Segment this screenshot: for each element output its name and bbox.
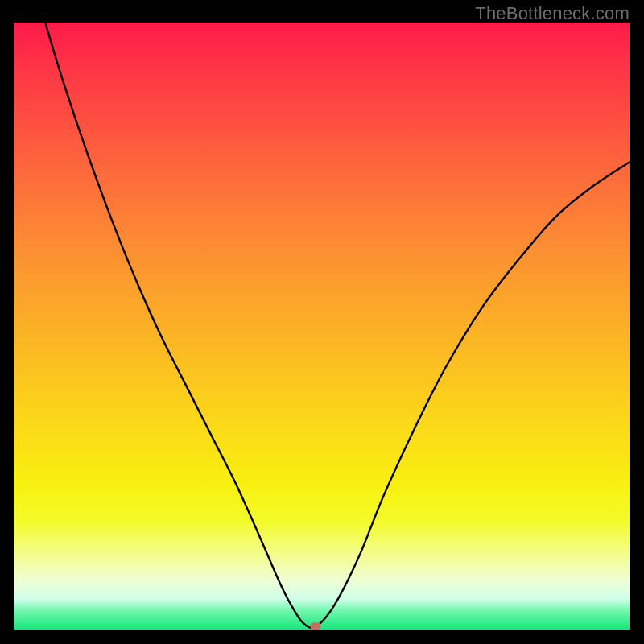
- curve-path: [45, 23, 630, 628]
- plot-area: [14, 23, 630, 630]
- watermark-text: TheBottleneck.com: [475, 3, 630, 24]
- bottleneck-curve: [14, 23, 630, 630]
- chart-frame: TheBottleneck.com: [0, 0, 644, 644]
- curve-minimum-marker: [311, 623, 321, 630]
